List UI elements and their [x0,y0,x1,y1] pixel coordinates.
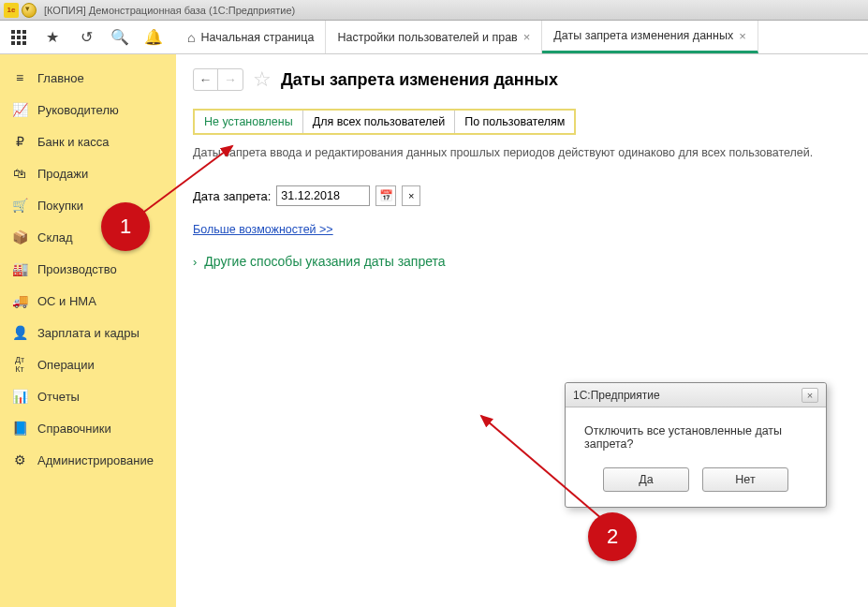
calendar-icon[interactable]: 📅 [375,185,396,206]
star-icon[interactable]: ★ [36,22,69,53]
svg-rect-0 [11,30,15,34]
dialog-titlebar: 1С:Предприятие × [566,383,826,407]
mode-selector: Не установлены Для всех пользователей По… [193,109,576,135]
sidebar-item-directories[interactable]: 📘Справочники [0,412,176,444]
more-options-link[interactable]: Больше возможностей >> [193,223,333,236]
bell-icon[interactable]: 🔔 [137,22,170,53]
factory-icon: 🏭 [11,261,28,276]
dialog-no-button[interactable]: Нет [702,467,788,492]
sidebar-item-manager[interactable]: 📈Руководителю [0,94,176,126]
date-value: 31.12.2018 [281,189,340,202]
svg-rect-3 [11,36,15,39]
mode-not-set[interactable]: Не установлены [195,111,303,133]
sidebar-item-label: Справочники [37,422,111,436]
sidebar-item-label: Зарплата и кадры [37,326,140,340]
sidebar-item-assets[interactable]: 🚚ОС и НМА [0,285,176,317]
sidebar-item-salary[interactable]: 👤Зарплата и кадры [0,317,176,348]
annotation-badge-2: 2 [588,512,637,561]
page-title: Даты запрета изменения данных [281,70,558,90]
sidebar-item-label: ОС и НМА [37,294,96,308]
sidebar-item-operations[interactable]: Дт КтОперации [0,348,176,380]
chart-icon: 📈 [11,102,28,117]
tabs-row: ⌂ Начальная страница Настройки пользоват… [176,21,868,53]
annotation-badge-1: 1 [101,202,150,251]
svg-rect-8 [22,41,26,45]
history-icon[interactable]: ↺ [69,22,103,53]
back-button[interactable]: ← [194,69,218,90]
clear-date-button[interactable]: × [402,185,420,206]
tab-label: Даты запрета изменения данных [553,29,733,42]
book-icon: 📘 [11,421,28,436]
bag-icon: 🛍 [11,166,28,181]
tab-label: Начальная страница [200,31,314,44]
sidebar-item-label: Отчеты [37,390,80,404]
expand-other-methods[interactable]: › Другие способы указания даты запрета [193,254,851,269]
window-titlebar: 1e [КОПИЯ] Демонстрационная база (1С:Пре… [0,0,868,21]
home-icon: ⌂ [187,30,195,45]
sidebar-item-production[interactable]: 🏭Производство [0,253,176,285]
sidebar-item-label: Покупки [37,199,83,213]
sidebar: ≡Главное 📈Руководителю ₽Банк и касса 🛍Пр… [0,54,176,607]
app-menu-dropdown-icon[interactable] [22,3,37,18]
mode-by-users[interactable]: По пользователям [455,111,574,133]
svg-rect-4 [17,36,21,39]
truck-icon: 🚚 [11,293,28,308]
dialog-message: Отключить все установленные даты запрета… [579,424,813,451]
svg-rect-1 [17,30,21,34]
dialog-close-button[interactable]: × [802,388,818,403]
content-area: ← → ☆ Даты запрета изменения данных Не у… [176,54,868,607]
close-icon[interactable]: × [523,30,531,44]
sidebar-item-reports[interactable]: 📊Отчеты [0,380,176,412]
menu-icon: ≡ [11,70,28,85]
sidebar-item-purchases[interactable]: 🛒Покупки [0,189,176,221]
app-logo-icon: 1e [4,3,19,18]
sidebar-item-main[interactable]: ≡Главное [0,62,176,94]
close-icon[interactable]: × [739,29,746,43]
sidebar-item-label: Склад [37,230,73,244]
sidebar-item-sales[interactable]: 🛍Продажи [0,157,176,189]
mode-all-users[interactable]: Для всех пользователей [303,111,455,133]
dialog-buttons: Да Нет [579,467,813,492]
page-nav: ← → ☆ Даты запрета изменения данных [193,67,851,92]
person-icon: 👤 [11,325,28,340]
svg-rect-2 [22,30,26,34]
favorite-star-icon[interactable]: ☆ [253,67,272,92]
confirm-dialog: 1С:Предприятие × Отключить все установле… [565,382,827,508]
sidebar-item-label: Банк и касса [37,135,110,149]
sidebar-item-label: Операции [37,358,95,372]
date-input[interactable]: 31.12.2018 [276,185,370,206]
cart-icon: 🛒 [11,198,28,213]
svg-rect-5 [22,36,26,39]
window-title: [КОПИЯ] Демонстрационная база (1С:Предпр… [44,5,295,16]
sidebar-item-admin[interactable]: ⚙Администрирование [0,444,176,476]
main-area: ≡Главное 📈Руководителю ₽Банк и касса 🛍Пр… [0,54,868,607]
date-label: Дата запрета: [193,189,271,203]
box-icon: 📦 [11,229,28,244]
dialog-body: Отключить все установленные даты запрета… [566,407,826,507]
dtkt-icon: Дт Кт [11,355,28,374]
sidebar-item-label: Администрирование [37,453,154,467]
tab-date-lock[interactable]: Даты запрета изменения данных × [542,21,758,53]
search-icon[interactable]: 🔍 [103,22,137,53]
tab-user-settings[interactable]: Настройки пользователей и прав × [326,21,542,53]
sidebar-item-label: Продажи [37,167,88,181]
dialog-yes-button[interactable]: Да [603,467,689,492]
tab-home[interactable]: ⌂ Начальная страница [176,21,326,53]
description-text: Даты запрета ввода и редактирования данн… [193,146,851,159]
sidebar-item-label: Главное [37,71,84,85]
expand-label: Другие способы указания даты запрета [204,254,445,269]
barchart-icon: 📊 [11,389,28,404]
tab-label: Настройки пользователей и прав [337,31,517,44]
sidebar-item-label: Руководителю [37,103,119,117]
ruble-icon: ₽ [11,134,28,149]
forward-button: → [218,69,243,90]
sidebar-item-label: Производство [37,262,117,276]
date-row: Дата запрета: 31.12.2018 📅 × [193,185,851,206]
svg-rect-7 [17,41,21,45]
sidebar-item-bank[interactable]: ₽Банк и касса [0,126,176,157]
toolbar-icon-group: ★ ↺ 🔍 🔔 [0,21,176,53]
dialog-title-text: 1С:Предприятие [573,389,660,402]
gear-icon: ⚙ [11,452,28,467]
chevron-right-icon: › [193,255,197,269]
apps-grid-icon[interactable] [2,22,36,53]
